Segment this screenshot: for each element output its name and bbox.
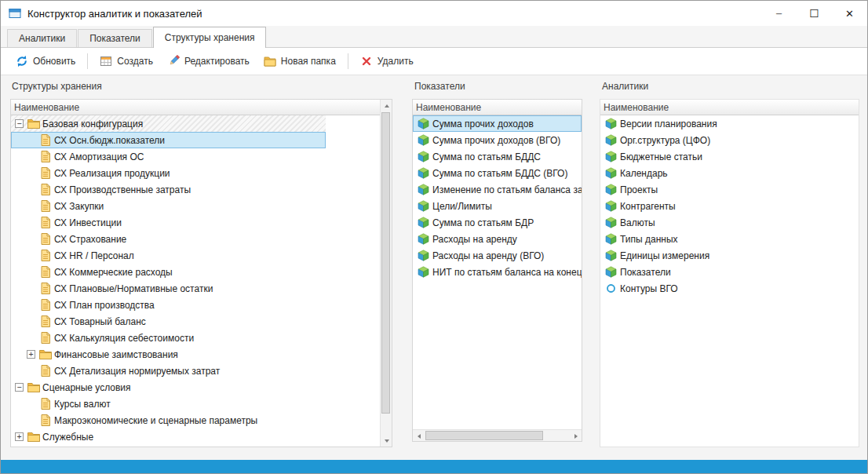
tree-item[interactable]: СХ Плановые/Нормативные остатки: [11, 280, 326, 297]
tree-item[interactable]: СХ Производственные затраты: [11, 181, 326, 198]
indicator-list-item[interactable]: Сумма по статьям БДДС (ВГО): [413, 165, 582, 181]
tree-item[interactable]: СХ HR / Персонал: [11, 247, 326, 264]
tree-item[interactable]: СХ Осн.бюдж.показатели: [11, 132, 326, 148]
folder-icon: [38, 349, 52, 359]
analytics-list-item[interactable]: Бюджетные статьи: [600, 148, 859, 165]
expander-minus-icon[interactable]: −: [15, 383, 24, 392]
tree-item[interactable]: Макроэкономические и сценарные параметры: [11, 412, 326, 428]
triangle-left-icon: [418, 434, 421, 439]
new-folder-button[interactable]: Новая папка: [257, 51, 343, 71]
minimize-button[interactable]: ─: [761, 1, 797, 26]
scroll-right-button[interactable]: [570, 430, 582, 442]
cube-icon: [604, 266, 618, 278]
analytics-list-item[interactable]: Валюты: [600, 214, 859, 231]
indicator-list-item[interactable]: Расходы на аренду (ВГО): [413, 247, 582, 264]
indicator-list-item[interactable]: Цели/Лимиты: [413, 198, 582, 214]
analytics-list-item[interactable]: Контрагенты: [600, 198, 859, 214]
toolbar: Обновить Создать: [1, 48, 867, 75]
indicators-column-header[interactable]: Наименование: [413, 100, 582, 115]
tree-item-label: СХ Детализация нормируемых затрат: [54, 366, 220, 377]
delete-button[interactable]: Удалить: [353, 51, 421, 71]
horizontal-scrollbar-thumb[interactable]: [425, 431, 543, 440]
tree-item[interactable]: −Базовая конфигурация: [11, 115, 326, 132]
tree-item[interactable]: Курсы валют: [11, 396, 326, 412]
tree-item-label: Сценарные условия: [42, 382, 131, 393]
expander-plus-icon[interactable]: +: [15, 432, 24, 441]
analytics-label: Валюты: [620, 217, 655, 228]
analytics-label: Единицы измерения: [620, 250, 709, 261]
analytics-list-item[interactable]: Показатели: [600, 264, 859, 280]
tree-item[interactable]: СХ План производства: [11, 297, 326, 313]
tree-item[interactable]: +Служебные: [11, 428, 326, 445]
analytics-label: Типы данных: [620, 234, 678, 245]
indicator-list-item[interactable]: Изменение по статьям баланса за п: [413, 181, 582, 198]
indicator-list-item[interactable]: НИТ по статьям баланса на конец п: [413, 264, 582, 280]
analytics-column-header[interactable]: Наименование: [600, 100, 859, 115]
analytics-list-item[interactable]: Календарь: [600, 165, 859, 181]
expander-plus-icon[interactable]: +: [27, 350, 35, 359]
folder-icon: [27, 432, 40, 442]
tree-item[interactable]: СХ Товарный баланс: [11, 313, 326, 330]
document-icon: [38, 398, 52, 410]
tree-item[interactable]: СХ Коммерческие расходы: [11, 264, 326, 280]
refresh-button[interactable]: Обновить: [9, 51, 82, 71]
vertical-scrollbar-thumb[interactable]: [381, 112, 390, 414]
analytics-list-item[interactable]: Проекты: [600, 181, 859, 198]
refresh-label: Обновить: [33, 56, 75, 67]
tree-item[interactable]: +Финансовые заимствования: [11, 346, 326, 363]
tree-item-label: СХ Плановые/Нормативные остатки: [54, 283, 213, 294]
analytics-list-item[interactable]: Контуры ВГО: [600, 280, 859, 297]
tree-item[interactable]: −Сценарные условия: [11, 379, 326, 396]
document-icon: [38, 200, 52, 212]
indicator-list-item[interactable]: Сумма по статьям БДДС: [413, 148, 582, 165]
tree-item[interactable]: СХ Детализация нормируемых затрат: [11, 363, 326, 379]
tree-item-label: Макроэкономические и сценарные параметры: [54, 415, 257, 426]
tree-item[interactable]: СХ Закупки: [11, 198, 326, 214]
expander-minus-icon[interactable]: −: [15, 119, 24, 128]
storage-column-header[interactable]: Наименование: [11, 100, 380, 115]
scroll-up-button[interactable]: [381, 100, 392, 111]
folder-icon: [27, 118, 40, 129]
tree-item-label: СХ Реализация продукции: [54, 168, 170, 179]
tab-indicators[interactable]: Показатели: [78, 29, 152, 47]
maximize-button[interactable]: ☐: [797, 1, 832, 26]
indicator-list-item[interactable]: Сумма прочих доходов (ВГО): [413, 132, 582, 148]
tree-item[interactable]: СХ Реализация продукции: [11, 165, 326, 181]
tree-item[interactable]: СХ Инвестиции: [11, 214, 326, 231]
indicator-list-item[interactable]: Сумма прочих доходов: [413, 115, 582, 132]
analytics-list-item[interactable]: Единицы измерения: [600, 247, 859, 264]
create-button[interactable]: Создать: [93, 51, 160, 71]
analytics-list-item[interactable]: Версии планирования: [600, 115, 859, 132]
tree-item[interactable]: СХ Амортизация ОС: [11, 148, 326, 165]
document-icon: [38, 365, 52, 377]
analytics-label: Календарь: [620, 168, 668, 179]
cube-icon: [417, 266, 430, 278]
toolbar-separator: [87, 53, 88, 69]
tree-item[interactable]: СХ Страхование: [11, 231, 326, 247]
tree-item[interactable]: СХ Калькуляция себестоимости: [11, 330, 326, 346]
document-icon: [38, 332, 52, 344]
analytics-list-item[interactable]: Орг.структура (ЦФО): [600, 132, 859, 148]
indicator-list-item[interactable]: Сумма по статьям БДР: [413, 214, 582, 231]
indicator-label: Сумма по статьям БДДС: [432, 151, 541, 162]
indicators-horizontal-scrollbar[interactable]: [413, 429, 582, 441]
scroll-left-button[interactable]: [413, 430, 425, 442]
cube-icon: [417, 217, 430, 228]
storage-tree-body: −Базовая конфигурацияСХ Осн.бюдж.показат…: [11, 115, 380, 447]
triangle-down-icon: [385, 439, 389, 443]
document-icon: [38, 151, 52, 162]
cube-icon: [604, 134, 618, 146]
storage-vertical-scrollbar[interactable]: [380, 100, 392, 447]
app-window: Конструктор аналитик и показателей ─ ☐ ✕…: [0, 0, 868, 474]
cube-icon: [417, 200, 430, 212]
tab-storage-structures[interactable]: Структуры хранения: [153, 27, 267, 48]
scroll-down-button[interactable]: [381, 435, 392, 447]
indicators-list-body: Сумма прочих доходовСумма прочих доходов…: [413, 115, 582, 429]
cube-icon: [604, 118, 618, 129]
close-button[interactable]: ✕: [832, 1, 867, 26]
tab-analytics[interactable]: Аналитики: [7, 29, 77, 47]
edit-button[interactable]: Редактировать: [160, 51, 257, 71]
analytics-list-item[interactable]: Типы данных: [600, 231, 859, 247]
indicator-list-item[interactable]: Расходы на аренду: [413, 231, 582, 247]
folder-icon: [27, 382, 40, 392]
